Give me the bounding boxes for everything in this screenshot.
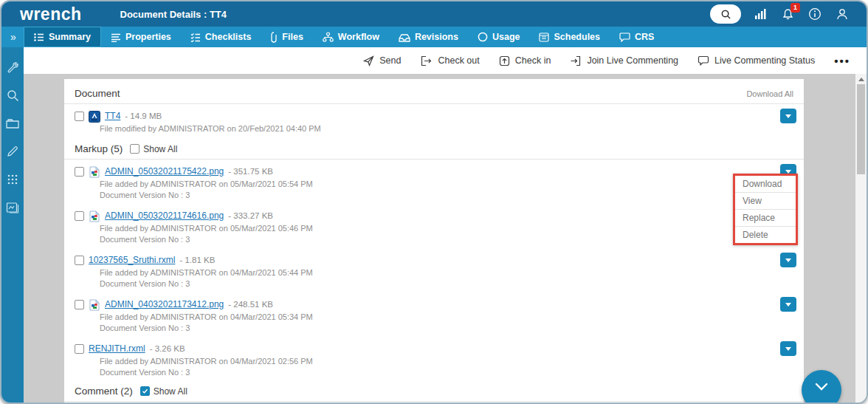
apps-grid-icon[interactable]: [6, 173, 19, 186]
file-meta: File modified by ADMINISTRATOR on 20/Feb…: [100, 124, 793, 134]
show-all-checkbox[interactable]: [130, 144, 140, 154]
send-button[interactable]: Send: [363, 55, 401, 66]
row-actions-button[interactable]: [780, 297, 796, 312]
row-checkbox[interactable]: [75, 112, 84, 121]
tab-crs[interactable]: CRS: [610, 27, 664, 47]
menu-item-view[interactable]: View: [735, 193, 796, 210]
image-file-icon: [89, 166, 100, 178]
dwg-file-icon: [89, 111, 100, 123]
folder-icon[interactable]: [6, 117, 19, 130]
check-out-button[interactable]: Check out: [420, 55, 479, 66]
scroll-down-fab[interactable]: [802, 370, 841, 404]
file-link[interactable]: ADMIN_05032021175422.png: [105, 165, 224, 178]
app-logo[interactable]: wrench: [20, 3, 82, 25]
file-size: - 14.9 MB: [125, 110, 162, 123]
file-link[interactable]: ADMIN_05032021174616.png: [105, 210, 224, 222]
markup-row: ADMIN_05032021175422.png - 351.75 KB Fil…: [64, 160, 804, 204]
tab-label: Revisions: [415, 32, 458, 42]
user-button[interactable]: [834, 6, 850, 22]
caret-down-icon: [785, 170, 791, 174]
download-all-link[interactable]: Download All: [746, 89, 793, 98]
info-icon: [808, 7, 822, 21]
notification-badge: 1: [790, 3, 800, 13]
sidebar-search-icon[interactable]: [6, 89, 19, 102]
more-actions-button[interactable]: •••: [834, 55, 850, 67]
menu-item-download[interactable]: Download: [735, 176, 796, 193]
tab-schedules[interactable]: Schedules: [529, 27, 610, 47]
check-in-button[interactable]: Check in: [499, 55, 551, 66]
live-commenting-status-button[interactable]: Live Commenting Status: [698, 55, 815, 66]
tab-properties[interactable]: Properties: [101, 27, 181, 47]
row-checkbox[interactable]: [75, 300, 84, 309]
tab-revisions[interactable]: Revisions: [389, 27, 468, 47]
show-all-checkbox-checked[interactable]: [140, 386, 150, 396]
stats-button[interactable]: [752, 6, 768, 22]
tab-label: Schedules: [554, 32, 600, 42]
file-size: - 1.81 KB: [179, 254, 215, 267]
file-link[interactable]: RENJITH.rxml: [89, 343, 145, 355]
pencil-icon[interactable]: [6, 145, 19, 158]
show-all-label: Show All: [154, 386, 187, 397]
vertical-scrollbar[interactable]: [855, 74, 867, 404]
tab-usage[interactable]: Usage: [468, 27, 530, 47]
send-icon: [363, 55, 374, 66]
report-image-icon[interactable]: [6, 201, 19, 214]
search-button[interactable]: [710, 4, 741, 24]
info-button[interactable]: [807, 6, 823, 22]
image-file-icon: [89, 210, 100, 222]
image-file-icon: [89, 299, 100, 311]
tab-workflow[interactable]: Workflow: [313, 27, 389, 47]
send-label: Send: [379, 55, 401, 66]
scrollbar-thumb[interactable]: [857, 84, 865, 174]
chat-bubble-icon: [619, 32, 630, 42]
document-section-header: Document Download All: [64, 85, 804, 104]
row-checkbox[interactable]: [75, 256, 84, 265]
body: Send Check out Check in Join Live Commen…: [1, 47, 867, 404]
bar-chart-icon: [754, 8, 767, 20]
file-meta: File added by ADMINISTRATOR on 05/Mar/20…: [100, 224, 793, 233]
comment-section-header: Comment (2) Show All: [64, 383, 804, 402]
scrollbar-up-arrow-icon[interactable]: [858, 78, 864, 81]
comment-show-all[interactable]: Show All: [140, 386, 187, 397]
document-file-row: TT4 - 14.9 MB File modified by ADMINISTR…: [64, 104, 804, 137]
menu-item-replace[interactable]: Replace: [735, 210, 796, 227]
file-meta: File added by ADMINISTRATOR on 04/Mar/20…: [100, 312, 793, 322]
app-window: wrench Document Details : TT4 1: [0, 0, 868, 404]
document-heading: Document: [75, 88, 120, 99]
tab-label: Summary: [49, 32, 91, 42]
caret-down-icon: [785, 303, 791, 307]
row-actions-button[interactable]: [780, 253, 796, 267]
tab-checklists[interactable]: Checklists: [181, 27, 261, 47]
row-checkbox[interactable]: [75, 344, 84, 354]
row-actions-button[interactable]: [780, 109, 796, 123]
tab-files[interactable]: Files: [261, 27, 313, 47]
tab-label: Files: [282, 32, 303, 42]
markup-row: RENJITH.rxml - 3.26 KB File added by ADM…: [64, 337, 804, 381]
document-toolbar: Send Check out Check in Join Live Commen…: [24, 47, 867, 74]
markup-show-all[interactable]: Show All: [130, 144, 177, 154]
markup-row: 10237565_Sruthi.rxml - 1.81 KB File adde…: [64, 248, 804, 292]
tools-wrench-icon[interactable]: [6, 61, 19, 74]
expand-panel-button[interactable]: »: [1, 27, 24, 47]
join-live-commenting-button[interactable]: Join Live Commenting: [570, 55, 678, 66]
file-link[interactable]: ADMIN_04032021173412.png: [105, 298, 224, 311]
usage-icon: [478, 32, 488, 42]
tab-label: Workflow: [338, 32, 379, 42]
file-link[interactable]: 10237565_Sruthi.rxml: [89, 254, 175, 267]
file-meta: File added by ADMINISTRATOR on 04/Mar/20…: [100, 357, 793, 366]
summary-icon: [34, 32, 44, 42]
caret-down-icon: [785, 114, 791, 118]
row-checkbox[interactable]: [75, 211, 84, 221]
live-commenting-status-label: Live Commenting Status: [714, 55, 815, 66]
row-checkbox[interactable]: [75, 167, 84, 177]
file-version: Document Version No : 3: [100, 191, 793, 200]
markup-heading: Markup (5): [75, 143, 123, 154]
notifications-button[interactable]: 1: [779, 6, 796, 22]
file-link[interactable]: TT4: [105, 110, 120, 123]
row-actions-button[interactable]: [780, 341, 796, 356]
comment-bubble-icon: [698, 55, 709, 66]
menu-item-delete[interactable]: Delete: [735, 227, 796, 243]
document-details-card: Document Download All TT4 - 14.9 MB File…: [64, 79, 804, 404]
tab-bar: » Summary Properties Checklists Files Wo…: [1, 27, 867, 47]
tab-summary[interactable]: Summary: [24, 27, 101, 47]
